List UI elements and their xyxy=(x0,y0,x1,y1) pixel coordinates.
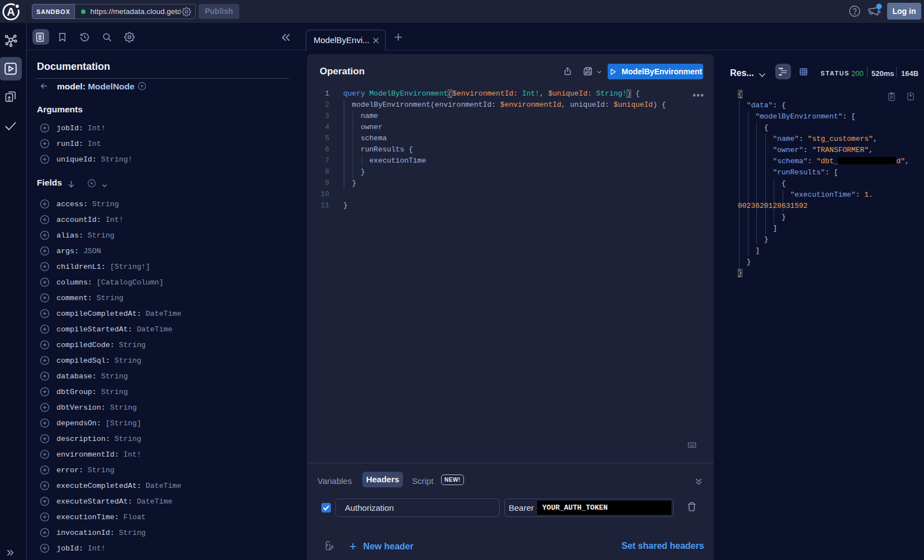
svg-text:A: A xyxy=(7,6,15,18)
